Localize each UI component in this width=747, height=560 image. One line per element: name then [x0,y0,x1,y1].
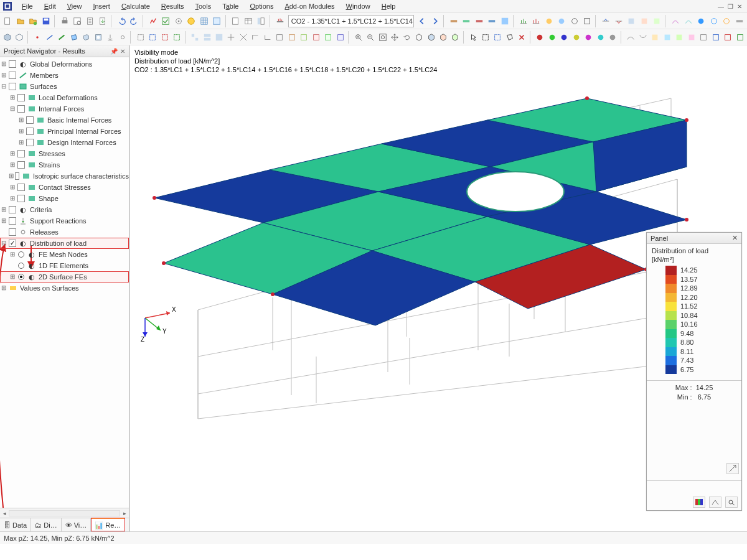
tab-results[interactable]: 📊Re… [91,518,125,531]
scroll-left-icon[interactable]: ◂ [0,510,9,516]
view-17-icon[interactable] [670,15,681,27]
tree-design-internal[interactable]: ⊞ Design Internal Forces [0,137,129,148]
redo-icon[interactable] [129,15,140,27]
color2-icon[interactable] [547,31,557,44]
window-minimize-icon[interactable]: — [718,3,724,10]
tree-shape[interactable]: ⊞ Shape [0,193,129,204]
calc-all-icon[interactable] [160,15,171,27]
menu-file[interactable]: File [16,1,39,11]
view-13-icon[interactable] [613,15,624,27]
menu-options[interactable]: Options [244,1,279,11]
menu-results[interactable]: Results [156,1,190,11]
sidebar-hscroll[interactable]: ◂ ▸ [0,508,129,518]
panel-close-icon[interactable]: ✕ [732,234,738,242]
color6-icon[interactable] [595,31,606,44]
window-restore-icon[interactable]: ❐ [728,3,733,10]
view-2-icon[interactable] [461,15,472,27]
tb2-sel2-icon[interactable] [147,31,157,44]
tb2-2-icon[interactable] [14,31,24,44]
sections-icon[interactable] [230,15,241,27]
undo-icon[interactable] [116,15,127,27]
tb2-e1-icon[interactable] [626,31,636,44]
surface-icon[interactable] [68,31,79,44]
tb2-sel4-icon[interactable] [171,31,182,44]
close-panel-icon[interactable]: ✕ [120,48,125,55]
iso-icon[interactable] [413,31,424,44]
zoom-out-icon[interactable] [365,31,375,44]
scroll-track[interactable] [9,510,120,516]
view-20-icon[interactable] [708,15,719,27]
tb2-sel3-icon[interactable] [159,31,170,44]
menu-insert[interactable]: Insert [87,1,116,11]
view-9-icon[interactable] [556,15,567,27]
model-viewport[interactable]: Visibility mode Distribution of load [kN… [129,45,747,531]
tb2-m7-icon[interactable] [262,31,273,44]
open2-icon[interactable] [27,15,39,27]
tree-surfaces[interactable]: ⊟ Surfaces [0,81,129,92]
menu-help[interactable]: Help [376,1,402,11]
tree-contact-stresses[interactable]: ⊞ Contact Stresses [0,182,129,193]
select-clear-icon[interactable] [517,31,527,44]
zoom-in-icon[interactable] [353,31,364,44]
tb2-m10-icon[interactable] [299,31,309,44]
tb2-1-icon[interactable] [2,31,12,44]
select-poly-icon[interactable] [504,31,515,44]
rotate-icon[interactable] [402,31,412,44]
loadcase-icon[interactable] [274,15,285,27]
menu-view[interactable]: View [62,1,88,11]
tb2-e2-icon[interactable] [637,31,648,44]
menu-edit[interactable]: Edit [39,1,62,11]
select-arrow-icon[interactable] [468,31,479,44]
tree-1d-fe-elements[interactable]: ·◐ 1D FE Elements [0,260,129,271]
tb2-e4-icon[interactable] [662,31,672,44]
tb2-m5-icon[interactable] [238,31,248,44]
tb2-e10-icon[interactable] [735,31,745,44]
tb2-m13-icon[interactable] [335,31,345,44]
menu-tools[interactable]: Tools [189,1,217,11]
tree-local-deformations[interactable]: ⊞ Local Deformations [0,92,129,103]
view-21-icon[interactable] [721,15,732,27]
hinge-icon[interactable] [117,31,128,44]
view-y-icon[interactable] [438,31,448,44]
pan-icon[interactable] [389,31,400,44]
tree-fe-mesh-nodes[interactable]: ⊞◐ FE Mesh Nodes [0,249,129,260]
node-icon[interactable] [32,31,43,44]
view-8-icon[interactable] [543,15,554,27]
menu-addon[interactable]: Add-on Modules [279,1,340,11]
tb2-m8-icon[interactable] [275,31,285,44]
tree-support-reactions[interactable]: ⊞ Support Reactions [0,215,129,226]
view-14-icon[interactable] [626,15,637,27]
select-window-icon[interactable] [480,31,491,44]
tb2-m4-icon[interactable] [226,31,237,44]
line-icon[interactable] [44,31,55,44]
zoom-fit-icon[interactable] [377,31,388,44]
tree-2d-surface-fes[interactable]: ⊞◐ 2D Surface FEs [0,271,129,282]
view-19-icon[interactable] [695,15,707,27]
opening-icon[interactable] [93,31,103,44]
tab-display[interactable]: 🗂Di… [31,518,61,531]
load-case-dropdown[interactable]: CO2 - 1.35*LC1 + 1.5*LC12 + 1.5*LC14 ▼ [288,15,414,27]
panel-btn-colors[interactable] [693,497,705,508]
prev-loadcase-icon[interactable] [416,15,428,27]
menu-table[interactable]: Table [217,1,244,11]
tb2-m3-icon[interactable] [214,31,224,44]
menu-calculate[interactable]: Calculate [116,1,156,11]
results-tree[interactable]: ⊞◐ Global Deformations ⊞ Members ⊟ Surfa… [0,57,129,508]
view-7-icon[interactable] [530,15,542,27]
panel-btn-probe[interactable] [725,497,738,508]
view-18-icon[interactable] [682,15,693,27]
tree-strains[interactable]: ⊞ Strains [0,159,129,170]
color3-icon[interactable] [559,31,570,44]
support-icon[interactable] [105,31,115,44]
tb2-m12-icon[interactable] [322,31,333,44]
view-3-icon[interactable] [473,15,484,27]
color1-icon[interactable] [535,31,545,44]
tb2-m9-icon[interactable] [286,31,297,44]
scroll-right-icon[interactable]: ▸ [120,510,129,516]
tree-members[interactable]: ⊞ Members [0,70,129,81]
tb2-e6-icon[interactable] [686,31,697,44]
tree-criteria[interactable]: ⊞◐ Criteria [0,204,129,215]
view-1-icon[interactable] [448,15,459,27]
panel-header[interactable]: Panel ✕ [647,233,741,244]
tree-basic-internal[interactable]: ⊞ Basic Internal Forces [0,114,129,126]
